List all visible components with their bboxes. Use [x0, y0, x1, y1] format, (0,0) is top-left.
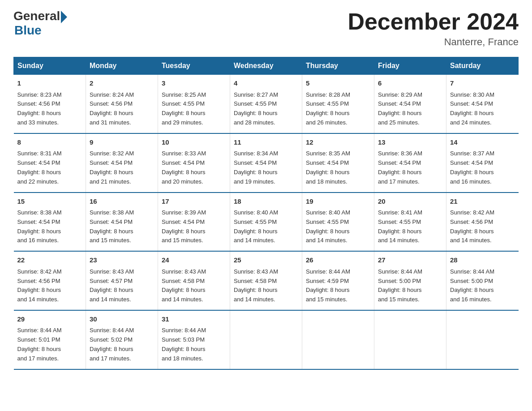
day-info: Sunrise: 8:31 AMSunset: 4:54 PMDaylight:…: [17, 149, 82, 186]
calendar-cell: 17Sunrise: 8:39 AMSunset: 4:54 PMDayligh…: [158, 193, 230, 252]
calendar-cell: 12Sunrise: 8:35 AMSunset: 4:54 PMDayligh…: [302, 133, 374, 193]
day-info: Sunrise: 8:42 AMSunset: 4:56 PMDaylight:…: [450, 208, 515, 245]
calendar-cell: 22Sunrise: 8:42 AMSunset: 4:56 PMDayligh…: [14, 251, 86, 310]
calendar-cell: 5Sunrise: 8:28 AMSunset: 4:55 PMDaylight…: [302, 75, 374, 133]
day-info: Sunrise: 8:40 AMSunset: 4:55 PMDaylight:…: [306, 208, 370, 245]
header-sunday: Sunday: [14, 57, 86, 75]
header-tuesday: Tuesday: [158, 57, 230, 75]
location-text: Nanterre, France: [348, 36, 519, 48]
calendar-cell: 2Sunrise: 8:24 AMSunset: 4:56 PMDaylight…: [86, 75, 158, 133]
day-number: 28: [450, 255, 515, 265]
calendar-cell: 23Sunrise: 8:43 AMSunset: 4:57 PMDayligh…: [86, 251, 158, 310]
calendar-cell: 6Sunrise: 8:29 AMSunset: 4:54 PMDaylight…: [374, 75, 446, 133]
day-number: 23: [90, 255, 154, 265]
day-number: 22: [17, 255, 82, 265]
day-info: Sunrise: 8:33 AMSunset: 4:54 PMDaylight:…: [162, 149, 226, 186]
calendar-header-row: SundayMondayTuesdayWednesdayThursdayFrid…: [14, 57, 519, 75]
calendar-cell: 9Sunrise: 8:32 AMSunset: 4:54 PMDaylight…: [86, 133, 158, 193]
month-title: December 2024: [348, 9, 519, 34]
day-number: 20: [378, 197, 442, 207]
day-number: 29: [17, 314, 82, 325]
day-number: 4: [234, 78, 298, 89]
day-number: 30: [90, 314, 154, 325]
day-info: Sunrise: 8:27 AMSunset: 4:55 PMDaylight:…: [234, 90, 298, 128]
day-info: Sunrise: 8:40 AMSunset: 4:55 PMDaylight:…: [234, 208, 298, 245]
logo: General Blue: [13, 9, 67, 38]
title-section: December 2024 Nanterre, France: [348, 9, 519, 48]
calendar-table: SundayMondayTuesdayWednesdayThursdayFrid…: [13, 57, 519, 369]
day-info: Sunrise: 8:43 AMSunset: 4:57 PMDaylight:…: [90, 267, 154, 304]
calendar-cell: 26Sunrise: 8:44 AMSunset: 4:59 PMDayligh…: [302, 251, 374, 310]
calendar-cell: 11Sunrise: 8:34 AMSunset: 4:54 PMDayligh…: [230, 133, 302, 193]
calendar-cell: 4Sunrise: 8:27 AMSunset: 4:55 PMDaylight…: [230, 75, 302, 133]
day-info: Sunrise: 8:23 AMSunset: 4:56 PMDaylight:…: [17, 90, 82, 128]
header-friday: Friday: [374, 57, 446, 75]
header-wednesday: Wednesday: [230, 57, 302, 75]
calendar-cell: [302, 310, 374, 369]
day-number: 18: [234, 197, 298, 207]
calendar-cell: 13Sunrise: 8:36 AMSunset: 4:54 PMDayligh…: [374, 133, 446, 193]
calendar-cell: 28Sunrise: 8:44 AMSunset: 5:00 PMDayligh…: [446, 251, 519, 310]
day-number: 31: [162, 314, 226, 325]
calendar-cell: 3Sunrise: 8:25 AMSunset: 4:55 PMDaylight…: [158, 75, 230, 133]
day-number: 16: [90, 197, 154, 207]
day-number: 1: [17, 78, 82, 89]
day-info: Sunrise: 8:44 AMSunset: 5:01 PMDaylight:…: [17, 326, 82, 363]
calendar-cell: [374, 310, 446, 369]
day-info: Sunrise: 8:28 AMSunset: 4:55 PMDaylight:…: [306, 90, 370, 128]
calendar-cell: 15Sunrise: 8:38 AMSunset: 4:54 PMDayligh…: [14, 193, 86, 252]
day-info: Sunrise: 8:41 AMSunset: 4:55 PMDaylight:…: [378, 208, 442, 245]
calendar-cell: 18Sunrise: 8:40 AMSunset: 4:55 PMDayligh…: [230, 193, 302, 252]
day-number: 9: [90, 137, 154, 148]
day-number: 6: [378, 78, 442, 89]
day-info: Sunrise: 8:43 AMSunset: 4:58 PMDaylight:…: [234, 267, 298, 304]
calendar-cell: 31Sunrise: 8:44 AMSunset: 5:03 PMDayligh…: [158, 310, 230, 369]
calendar-cell: 10Sunrise: 8:33 AMSunset: 4:54 PMDayligh…: [158, 133, 230, 193]
week-row-1: 1Sunrise: 8:23 AMSunset: 4:56 PMDaylight…: [14, 75, 519, 133]
calendar-cell: 16Sunrise: 8:38 AMSunset: 4:54 PMDayligh…: [86, 193, 158, 252]
day-number: 25: [234, 255, 298, 265]
week-row-4: 22Sunrise: 8:42 AMSunset: 4:56 PMDayligh…: [14, 251, 519, 310]
day-info: Sunrise: 8:25 AMSunset: 4:55 PMDaylight:…: [162, 90, 226, 128]
day-info: Sunrise: 8:37 AMSunset: 4:54 PMDaylight:…: [450, 149, 515, 186]
day-info: Sunrise: 8:38 AMSunset: 4:54 PMDaylight:…: [17, 208, 82, 245]
day-info: Sunrise: 8:24 AMSunset: 4:56 PMDaylight:…: [90, 90, 154, 128]
day-number: 24: [162, 255, 226, 265]
day-info: Sunrise: 8:44 AMSunset: 5:02 PMDaylight:…: [90, 326, 154, 363]
header-thursday: Thursday: [302, 57, 374, 75]
header-saturday: Saturday: [446, 57, 519, 75]
day-info: Sunrise: 8:44 AMSunset: 4:59 PMDaylight:…: [306, 267, 370, 304]
day-number: 21: [450, 197, 515, 207]
calendar-cell: 20Sunrise: 8:41 AMSunset: 4:55 PMDayligh…: [374, 193, 446, 252]
calendar-cell: 7Sunrise: 8:30 AMSunset: 4:54 PMDaylight…: [446, 75, 519, 133]
day-number: 14: [450, 137, 515, 148]
day-info: Sunrise: 8:38 AMSunset: 4:54 PMDaylight:…: [90, 208, 154, 245]
day-info: Sunrise: 8:34 AMSunset: 4:54 PMDaylight:…: [234, 149, 298, 186]
day-number: 17: [162, 197, 226, 207]
calendar-cell: 14Sunrise: 8:37 AMSunset: 4:54 PMDayligh…: [446, 133, 519, 193]
calendar-cell: 30Sunrise: 8:44 AMSunset: 5:02 PMDayligh…: [86, 310, 158, 369]
page-header: General Blue December 2024 Nanterre, Fra…: [13, 9, 519, 48]
day-info: Sunrise: 8:29 AMSunset: 4:54 PMDaylight:…: [378, 90, 442, 128]
day-info: Sunrise: 8:32 AMSunset: 4:54 PMDaylight:…: [90, 149, 154, 186]
logo-general-text: General: [13, 9, 60, 23]
day-number: 15: [17, 197, 82, 207]
calendar-cell: 27Sunrise: 8:44 AMSunset: 5:00 PMDayligh…: [374, 251, 446, 310]
day-info: Sunrise: 8:35 AMSunset: 4:54 PMDaylight:…: [306, 149, 370, 186]
calendar-cell: 1Sunrise: 8:23 AMSunset: 4:56 PMDaylight…: [14, 75, 86, 133]
day-info: Sunrise: 8:44 AMSunset: 5:00 PMDaylight:…: [450, 267, 515, 304]
day-number: 8: [17, 137, 82, 148]
day-number: 3: [162, 78, 226, 89]
week-row-5: 29Sunrise: 8:44 AMSunset: 5:01 PMDayligh…: [14, 310, 519, 369]
calendar-cell: 19Sunrise: 8:40 AMSunset: 4:55 PMDayligh…: [302, 193, 374, 252]
day-number: 19: [306, 197, 370, 207]
calendar-cell: [446, 310, 519, 369]
day-number: 27: [378, 255, 442, 265]
day-info: Sunrise: 8:30 AMSunset: 4:54 PMDaylight:…: [450, 90, 515, 128]
day-number: 12: [306, 137, 370, 148]
logo-blue-text: Blue: [14, 23, 67, 38]
day-info: Sunrise: 8:44 AMSunset: 5:03 PMDaylight:…: [162, 326, 226, 363]
day-number: 5: [306, 78, 370, 89]
day-number: 11: [234, 137, 298, 148]
day-number: 10: [162, 137, 226, 148]
